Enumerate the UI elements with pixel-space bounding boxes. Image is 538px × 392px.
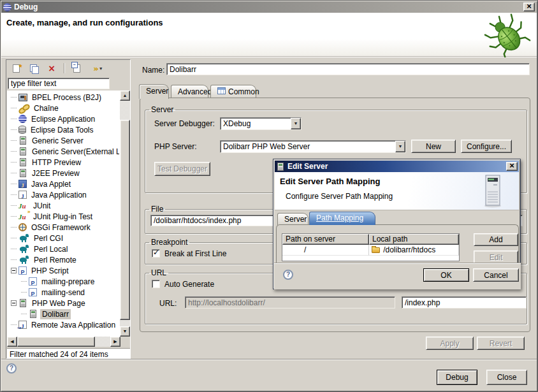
tree-item-junit[interactable]: JUnit <box>7 200 119 211</box>
tree-item-php-web-page[interactable]: PHP Web Page <box>7 298 119 309</box>
filter-status: Filter matched 24 of 24 items <box>7 348 130 359</box>
tree-item-generic-server[interactable]: Generic Server <box>7 135 119 146</box>
tab-common[interactable]: Common <box>210 85 256 98</box>
tree-item-perl-remote[interactable]: Perl Remote <box>7 254 119 265</box>
dialog-titlebar[interactable]: Edit Server <box>275 161 519 172</box>
tree-connector <box>11 129 17 130</box>
table-row[interactable]: / /dolibarr/htdocs <box>282 245 459 256</box>
tree-connector <box>11 162 17 163</box>
tree-item-remote-java[interactable]: Remote Java Application <box>7 319 119 330</box>
tree-item-java-application[interactable]: Java Application <box>7 189 119 200</box>
column-header-path-on-server[interactable]: Path on server <box>282 234 369 245</box>
tree-item-java-applet[interactable]: Java Applet <box>7 178 119 189</box>
tree-vertical-scrollbar[interactable]: ▲ ▼ <box>120 91 130 337</box>
scroll-up-button[interactable]: ▲ <box>120 91 130 101</box>
server-icon <box>20 169 26 177</box>
help-icon[interactable] <box>6 363 17 374</box>
dialog-help-icon[interactable] <box>283 270 293 280</box>
duplicate-configuration-button[interactable] <box>28 62 40 74</box>
eclipse-sphere-icon <box>18 115 27 123</box>
php-file-icon <box>29 288 37 296</box>
tab-server[interactable]: Server <box>139 84 169 99</box>
scroll-left-button[interactable]: ◀ <box>7 337 17 347</box>
server-debugger-label: Server Debugger: <box>154 119 215 128</box>
tree-item-perl-local[interactable]: Perl Local <box>7 243 119 254</box>
scroll-thumb[interactable] <box>120 120 130 320</box>
cancel-button[interactable]: Cancel <box>473 268 519 282</box>
window-titlebar[interactable]: Debug <box>1 1 537 13</box>
perl-camel-icon <box>18 245 29 253</box>
tab-advanced[interactable]: Advanced <box>171 85 208 98</box>
filter-input[interactable] <box>8 78 110 89</box>
delete-configuration-button[interactable]: × <box>46 62 57 74</box>
dialog-title: Edit Server <box>287 162 328 171</box>
tree-item-perl-cgi[interactable]: Perl CGI <box>7 233 119 243</box>
java-applet-icon <box>18 180 27 188</box>
tree-item-dolibarr[interactable]: Dolibarr <box>7 309 119 319</box>
tree-item-generic-server-external[interactable]: Generic Server(External La <box>7 146 119 157</box>
dropdown-arrow-icon[interactable] <box>291 118 301 129</box>
dialog-heading: Edit Server Path Mapping <box>280 177 380 186</box>
filter-configurations-button[interactable]: » ▼ <box>89 62 108 74</box>
test-debugger-button[interactable]: Test Debugger <box>154 162 210 176</box>
osgi-framework-icon <box>18 223 27 231</box>
java-application-icon <box>18 191 27 199</box>
scroll-thumb[interactable] <box>17 337 95 347</box>
collapse-toggle-icon[interactable] <box>11 300 17 306</box>
close-window-button[interactable] <box>523 3 535 11</box>
tree-item-http-preview[interactable]: HTTP Preview <box>7 157 119 168</box>
column-header-local-path[interactable]: Local path <box>369 234 459 245</box>
tree-item-osgi[interactable]: OSGi Framework <box>7 222 119 233</box>
new-server-button[interactable]: New <box>411 140 456 153</box>
configurations-tree: BPEL Process (B2J) Chaîne Eclipse Applic… <box>7 91 130 337</box>
dropdown-arrow-icon[interactable] <box>395 141 405 152</box>
php-file-icon <box>18 266 27 275</box>
revert-button[interactable]: Revert <box>477 337 525 350</box>
tree-connector <box>21 314 27 314</box>
configurations-sidebar: × » ▼ BPEL Process (B2J) Chaîne Eclipse … <box>6 59 131 359</box>
tree-item-j2ee-preview[interactable]: J2EE Preview <box>7 168 119 178</box>
tree-item-junit-plugin[interactable]: »JUnit Plug-in Test <box>7 211 119 222</box>
tree-item-php-script[interactable]: PHP Script <box>7 265 119 276</box>
auto-generate-checkbox[interactable] <box>152 280 160 288</box>
collapse-all-button[interactable] <box>71 62 82 74</box>
tree-horizontal-scrollbar[interactable]: ◀ ▶ <box>7 337 130 347</box>
name-label: Name: <box>142 66 164 75</box>
url-base-input <box>185 296 395 309</box>
collapse-toggle-icon[interactable] <box>11 268 17 273</box>
apply-button[interactable]: Apply <box>426 337 474 350</box>
dialog-tab-path-mapping[interactable]: Path Mapping <box>309 212 375 225</box>
tree-item-mailing-send[interactable]: mailing-send <box>7 287 119 298</box>
tree-connector <box>21 292 27 293</box>
ok-button[interactable]: OK <box>423 268 469 282</box>
debug-button[interactable]: Debug <box>437 370 477 385</box>
tree-item-chaine[interactable]: Chaîne <box>7 103 119 113</box>
php-server-select[interactable]: Dolibarr PHP Web Server <box>220 140 406 153</box>
tree-connector <box>11 151 17 152</box>
cell-local-path: /dolibarr/htdocs <box>369 245 459 256</box>
break-first-line-checkbox[interactable] <box>152 249 160 258</box>
tree-item-eclipse-data-tools[interactable]: Eclipse Data Tools <box>7 124 119 135</box>
tree-connector <box>11 205 17 206</box>
tree-item-bpel-process[interactable]: BPEL Process (B2J) <box>7 92 119 103</box>
name-input[interactable] <box>166 63 530 75</box>
add-mapping-button[interactable]: Add <box>474 233 518 246</box>
bpel-process-icon <box>18 94 27 101</box>
close-dialog-button[interactable] <box>506 162 518 171</box>
java-remote-icon <box>18 321 27 329</box>
scroll-down-button[interactable]: ▼ <box>120 326 130 337</box>
configure-server-button[interactable]: Configure... <box>461 140 512 153</box>
close-button[interactable]: Close <box>486 370 527 385</box>
tree-item-eclipse-application[interactable]: Eclipse Application <box>7 113 119 124</box>
new-configuration-button[interactable] <box>10 62 22 74</box>
php-server-label: PHP Server: <box>154 142 196 151</box>
server-debugger-select[interactable]: XDebug <box>220 117 302 130</box>
dialog-tab-server[interactable]: Server <box>277 213 309 225</box>
break-first-line-label: Break at First Line <box>164 249 226 258</box>
url-path-input[interactable] <box>402 296 527 309</box>
footer-separator <box>1 359 537 360</box>
scroll-right-button[interactable]: ▶ <box>110 337 120 347</box>
perl-camel-icon <box>18 234 29 242</box>
edit-server-dialog: Edit Server Edit Server Path Mapping Con… <box>273 159 521 289</box>
tree-item-mailing-prepare[interactable]: mailing-prepare <box>7 276 119 287</box>
